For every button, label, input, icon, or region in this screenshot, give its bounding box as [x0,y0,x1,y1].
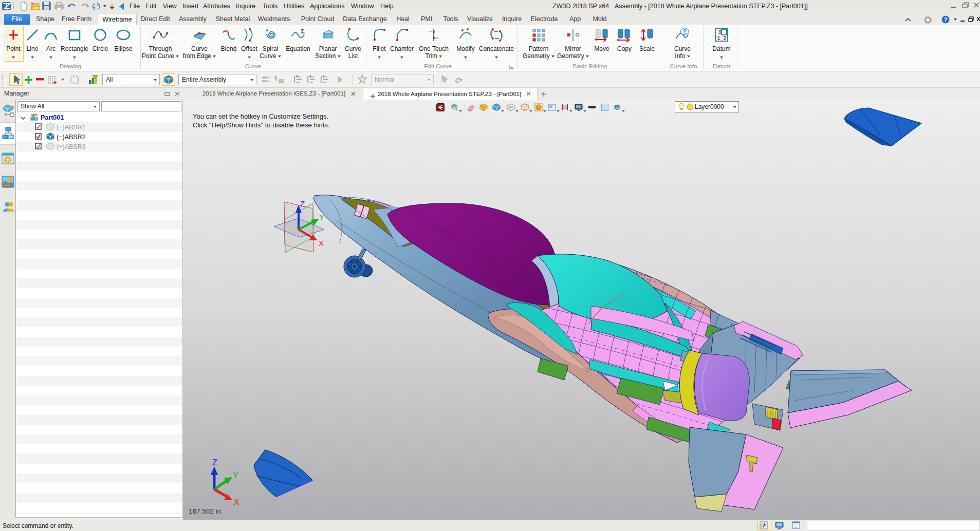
svg-text:?: ? [683,28,687,34]
svg-text:1: 1 [717,35,720,41]
svg-text:?: ? [944,16,948,23]
svg-text:Σ: Σ [301,28,305,35]
svg-text:Z: Z [212,458,217,467]
svg-text:X: X [319,239,324,248]
svg-text:Z: Z [300,199,305,208]
svg-text:2: 2 [724,35,727,41]
svg-text:X: X [234,498,239,506]
svg-text:3: 3 [718,29,722,35]
svg-text:Y: Y [319,213,324,221]
svg-text:Y: Y [233,471,238,480]
